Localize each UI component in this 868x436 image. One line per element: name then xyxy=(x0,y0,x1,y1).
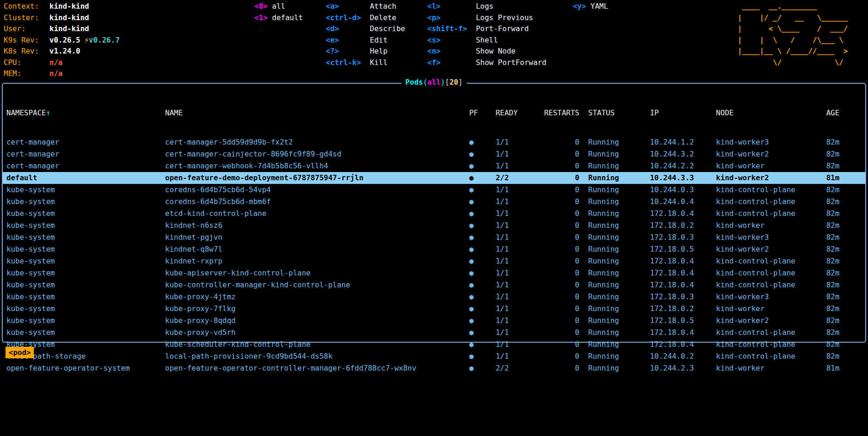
pf-dot-icon: ● xyxy=(469,279,496,291)
cell-node: kind-worker xyxy=(716,220,826,231)
table-row[interactable]: kube-system coredns-6d4b75cb6d-mbm6f ● 1… xyxy=(3,196,865,208)
col-ready[interactable]: READY xyxy=(496,107,544,119)
cell-ip: 172.18.0.5 xyxy=(650,243,716,255)
pf-dot-icon: ● xyxy=(469,231,496,243)
cell-ip: 172.18.0.3 xyxy=(650,291,716,303)
cell-age: 82m xyxy=(826,160,848,172)
table-row[interactable]: kube-system kube-apiserver-kind-control-… xyxy=(3,267,865,279)
table-row[interactable]: kube-system kindnet-q8w7l ● 1/1 0 Runnin… xyxy=(3,243,865,255)
pods-panel: Pods(all)[20] NAMESPACE↑ NAME PF READY R… xyxy=(2,83,866,343)
col-ip[interactable]: IP xyxy=(650,107,716,119)
pf-dot-icon: ● xyxy=(469,327,496,339)
table-row[interactable]: kube-system kindnet-n6sz6 ● 1/1 0 Runnin… xyxy=(3,220,865,231)
hotkey-key: <1> xyxy=(254,12,272,24)
cell-node: kind-control-plane xyxy=(716,184,826,196)
cell-ip: 172.18.0.2 xyxy=(650,220,716,231)
cell-name: kube-scheduler-kind-control-plane xyxy=(165,339,469,350)
cell-ready: 1/1 xyxy=(496,231,544,243)
pf-dot-icon: ● xyxy=(469,255,496,267)
col-name[interactable]: NAME xyxy=(165,107,469,119)
pf-dot-icon: ● xyxy=(469,160,496,172)
cell-status: Running xyxy=(588,255,650,267)
hotkey-key: <d> xyxy=(326,23,370,35)
cell-restarts: 0 xyxy=(544,327,579,339)
cell-ready: 2/2 xyxy=(496,362,544,374)
cluster-info-row: K9s Rev:v0.26.5⚡v0.26.7 xyxy=(4,35,120,46)
table-body: cert-manager cert-manager-5dd59d9d9b-fx2… xyxy=(3,136,865,374)
table-row[interactable]: kube-system etcd-kind-control-plane ● 1/… xyxy=(3,208,865,220)
cell-ready: 1/1 xyxy=(496,327,544,339)
table-row[interactable]: open-feature-operator-system open-featur… xyxy=(3,362,865,374)
table-row[interactable]: cert-manager cert-manager-webhook-7d4b5b… xyxy=(3,160,865,172)
cell-ready: 1/1 xyxy=(496,243,544,255)
table-row[interactable]: local-path-storage local-path-provisione… xyxy=(3,350,865,362)
cell-ready: 1/1 xyxy=(496,303,544,315)
cell-ip: 172.18.0.4 xyxy=(650,255,716,267)
cell-age: 82m xyxy=(826,291,848,303)
table-row[interactable]: default open-feature-demo-deployment-678… xyxy=(3,172,865,184)
table-row[interactable]: cert-manager cert-manager-cainjector-869… xyxy=(3,148,865,160)
hotkey-key: <f> xyxy=(427,57,476,69)
cell-status: Running xyxy=(588,196,650,208)
hotkey-key: <?> xyxy=(326,46,370,57)
hotkey-label: YAML xyxy=(591,2,609,11)
table-header-row: NAMESPACE↑ NAME PF READY RESTARTS STATUS… xyxy=(3,107,865,119)
upgrade-bolt-icon: ⚡ xyxy=(84,36,89,44)
table-row[interactable]: kube-system kube-scheduler-kind-control-… xyxy=(3,339,865,350)
cell-namespace: kube-system xyxy=(6,267,165,279)
table-row[interactable]: kube-system kube-proxy-vd5rh ● 1/1 0 Run… xyxy=(3,327,865,339)
cell-ready: 1/1 xyxy=(496,136,544,148)
table-row[interactable]: kube-system kube-proxy-7flkg ● 1/1 0 Run… xyxy=(3,303,865,315)
table-row[interactable]: kube-system coredns-6d4b75cb6d-54vp4 ● 1… xyxy=(3,184,865,196)
table-row[interactable]: kube-system kindnet-rxprp ● 1/1 0 Runnin… xyxy=(3,255,865,267)
hotkey-key: <0> xyxy=(254,1,272,12)
hotkey-key: <ctrl-k> xyxy=(326,57,370,69)
cell-node: kind-worker2 xyxy=(716,315,826,327)
cell-ip: 172.18.0.5 xyxy=(650,315,716,327)
cell-restarts: 0 xyxy=(544,208,579,220)
cell-ip: 10.244.2.3 xyxy=(650,362,716,374)
cell-age: 82m xyxy=(826,303,848,315)
cell-name: local-path-provisioner-9cd9bd544-ds58k xyxy=(165,350,469,362)
table-row[interactable]: kube-system kube-proxy-8qdqd ● 1/1 0 Run… xyxy=(3,315,865,327)
col-node[interactable]: NODE xyxy=(716,107,826,119)
cell-namespace: default xyxy=(6,172,165,184)
col-restarts[interactable]: RESTARTS xyxy=(544,107,579,119)
cell-age: 82m xyxy=(826,243,848,255)
cell-age: 82m xyxy=(826,208,848,220)
hotkey-key: <ctrl-d> xyxy=(326,12,370,24)
cell-status: Running xyxy=(588,315,650,327)
table-row[interactable]: kube-system kube-controller-manager-kind… xyxy=(3,279,865,291)
cell-age: 82m xyxy=(826,184,848,196)
col-pf[interactable]: PF xyxy=(469,107,496,119)
hotkeys-actions-3: <y>YAML xyxy=(573,1,608,12)
hotkeys-actions-2: <l>Logs<p>Logs Previous<shift-f>Port-For… xyxy=(427,1,546,68)
cell-name: kindnet-pgjvn xyxy=(165,231,469,243)
hotkey-key: <a> xyxy=(326,1,370,12)
cell-status: Running xyxy=(588,303,650,315)
pf-dot-icon: ● xyxy=(469,220,496,231)
cell-status: Running xyxy=(588,136,650,148)
cell-status: Running xyxy=(588,339,650,350)
pf-dot-icon: ● xyxy=(469,172,496,184)
cell-restarts: 0 xyxy=(544,279,579,291)
cell-status: Running xyxy=(588,148,650,160)
cell-ip: 172.18.0.4 xyxy=(650,327,716,339)
cell-status: Running xyxy=(588,231,650,243)
hotkey-label: Logs xyxy=(476,2,494,11)
cell-name: cert-manager-cainjector-8696fc9f89-gd4sd xyxy=(165,148,469,160)
hotkey-entry: <y>YAML xyxy=(573,1,608,12)
cell-namespace: kube-system xyxy=(6,255,165,267)
table-row[interactable]: kube-system kindnet-pgjvn ● 1/1 0 Runnin… xyxy=(3,231,865,243)
hotkey-label: default xyxy=(272,13,303,22)
col-age[interactable]: AGE xyxy=(826,107,848,119)
table-row[interactable]: kube-system kube-proxy-4jtmz ● 1/1 0 Run… xyxy=(3,291,865,303)
col-status[interactable]: STATUS xyxy=(588,107,650,119)
table-row[interactable]: cert-manager cert-manager-5dd59d9d9b-fx2… xyxy=(3,136,865,148)
cell-restarts: 0 xyxy=(544,184,579,196)
pf-dot-icon: ● xyxy=(469,362,496,374)
col-namespace[interactable]: NAMESPACE↑ xyxy=(6,107,165,119)
hotkey-entry: <0>all xyxy=(254,1,303,12)
cell-ready: 1/1 xyxy=(496,267,544,279)
cell-ready: 1/1 xyxy=(496,196,544,208)
